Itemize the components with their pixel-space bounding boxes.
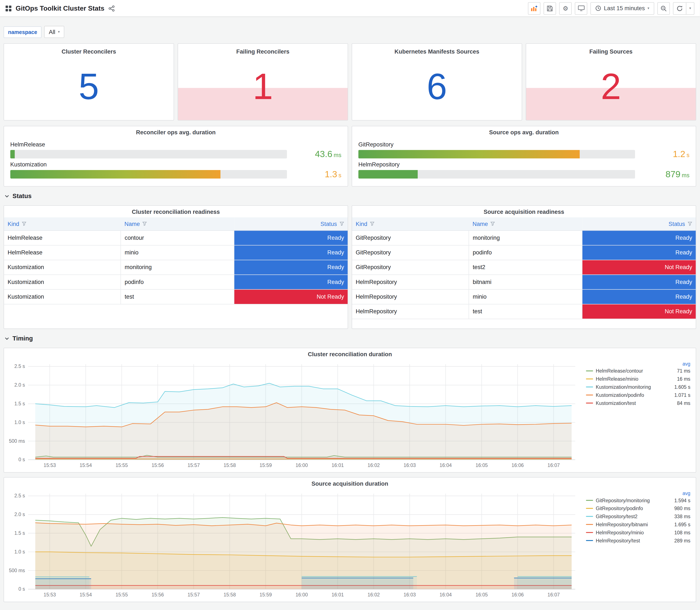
- table-header-row: Kind Name Status: [352, 218, 696, 230]
- filter-icon[interactable]: [688, 222, 692, 226]
- svg-text:500 ms: 500 ms: [9, 438, 25, 444]
- series-name[interactable]: HelmRepository/minio: [596, 530, 644, 535]
- dashboard-body: namespace All ▾ Cluster Reconcilers 5 Fa…: [0, 17, 700, 602]
- series-name[interactable]: HelmRelease/minio: [596, 376, 638, 382]
- chart-svg[interactable]: 15:5315:5415:5515:5615:5715:5815:5916:00…: [5, 489, 582, 599]
- chart-body: 15:5315:5415:5515:5615:5715:5815:5916:00…: [4, 489, 696, 602]
- gauge-value: 43.6ms: [293, 149, 342, 159]
- row-header-status[interactable]: Status: [4, 191, 696, 201]
- zoom-out-button[interactable]: [657, 2, 670, 14]
- column-header-kind[interactable]: Kind: [4, 218, 121, 230]
- gauge-value: 1.2s: [641, 149, 689, 159]
- legend-item[interactable]: Kustomization/test84 ms: [586, 400, 691, 406]
- series-avg-value: 289 ms: [674, 538, 691, 543]
- series-name[interactable]: Kustomization/monitoring: [596, 384, 651, 390]
- column-header-name[interactable]: Name: [469, 218, 583, 230]
- column-header-kind[interactable]: Kind: [352, 218, 469, 230]
- name-cell: test: [121, 289, 234, 304]
- series-avg-value: 1.605 s: [674, 384, 691, 390]
- filter-icon[interactable]: [370, 222, 374, 226]
- svg-text:16:04: 16:04: [439, 463, 452, 468]
- series-name[interactable]: Kustomization/test: [596, 400, 636, 406]
- legend-item[interactable]: GitRepository/podinfo980 ms: [586, 505, 691, 511]
- panel-cluster-reconciliation-duration: Cluster reconciliation duration 15:5315:…: [4, 348, 696, 473]
- save-dashboard-icon[interactable]: [543, 2, 556, 14]
- legend-avg-header[interactable]: avg: [586, 361, 690, 366]
- time-range-picker[interactable]: Last 15 minutes ▾: [590, 2, 654, 14]
- column-header-status[interactable]: Status: [582, 218, 696, 230]
- filter-icon[interactable]: [491, 222, 495, 226]
- status-cell: Ready: [582, 245, 696, 260]
- dashboard-settings-gear-icon[interactable]: ⚙: [559, 2, 572, 14]
- table-row: GitRepositorypodinfoReady: [352, 245, 696, 260]
- filter-icon[interactable]: [143, 222, 147, 226]
- panel-title: Source acquisition duration: [4, 478, 696, 489]
- stat-value: 2: [526, 53, 696, 120]
- series-name[interactable]: GitRepository/monitoring: [596, 498, 650, 503]
- svg-text:16:01: 16:01: [331, 463, 344, 468]
- stat-value: 1: [178, 53, 348, 120]
- cycle-view-mode-tv-icon[interactable]: [575, 2, 587, 14]
- legend-item[interactable]: GitRepository/test2338 ms: [586, 514, 691, 519]
- svg-text:0 s: 0 s: [18, 586, 25, 592]
- table-header-row: Kind Name Status: [4, 218, 348, 230]
- section-title: Timing: [13, 335, 33, 342]
- series-color-marker: [586, 379, 593, 380]
- panel-source-acquisition-duration: Source acquisition duration 15:5315:5415…: [4, 477, 696, 602]
- add-panel-button[interactable]: [528, 2, 541, 14]
- series-name[interactable]: GitRepository/test2: [596, 514, 637, 519]
- legend-avg-header[interactable]: avg: [586, 491, 690, 496]
- chevron-down-icon: ▾: [689, 6, 691, 10]
- row-header-timing[interactable]: Timing: [4, 333, 696, 344]
- timeseries-plot[interactable]: 15:5315:5415:5515:5615:5715:5815:5916:00…: [5, 489, 582, 599]
- clock-icon: [596, 5, 601, 11]
- timeseries-plot[interactable]: 15:5315:5415:5515:5615:5715:5815:5916:00…: [5, 360, 582, 470]
- refresh-dashboard-button[interactable]: [673, 2, 686, 14]
- legend-item[interactable]: Kustomization/podinfo1.071 s: [586, 392, 691, 398]
- legend-item[interactable]: HelmRelease/contour71 ms: [586, 368, 691, 373]
- svg-text:16:05: 16:05: [476, 592, 488, 597]
- refresh-interval-dropdown[interactable]: ▾: [686, 2, 694, 14]
- chart-svg[interactable]: 15:5315:5415:5515:5615:5715:5815:5916:00…: [5, 360, 582, 470]
- variables-row: namespace All ▾: [4, 26, 696, 38]
- legend-item[interactable]: GitRepository/monitoring1.594 s: [586, 498, 691, 503]
- column-header-status[interactable]: Status: [234, 218, 348, 230]
- panel-title: Reconciler ops avg. duration: [4, 126, 348, 138]
- series-color-marker: [586, 370, 593, 371]
- panel-cluster-reconciliation-readiness: Cluster reconciliation readiness Kind Na…: [4, 205, 348, 329]
- name-cell: podinfo: [469, 245, 583, 260]
- filter-icon[interactable]: [22, 222, 26, 226]
- legend-item[interactable]: Kustomization/monitoring1.605 s: [586, 384, 691, 390]
- legend-item[interactable]: HelmRepository/bitnami1.695 s: [586, 522, 691, 527]
- svg-text:15:57: 15:57: [188, 592, 200, 597]
- kind-cell: HelmRepository: [352, 304, 469, 319]
- apps-grid-icon[interactable]: [5, 5, 12, 11]
- gauge-label: Kustomization: [10, 161, 341, 168]
- table-row: HelmReleasecontourReady: [4, 230, 348, 245]
- legend-item[interactable]: HelmRepository/test289 ms: [586, 538, 691, 543]
- series-name[interactable]: Kustomization/podinfo: [596, 392, 644, 398]
- gauge-value: 879ms: [641, 170, 689, 180]
- chevron-down-icon: [4, 336, 9, 341]
- legend-item[interactable]: HelmRelease/minio16 ms: [586, 376, 691, 382]
- series-name[interactable]: HelmRepository/test: [596, 538, 640, 543]
- stats-row: Cluster Reconcilers 5 Failing Reconciler…: [4, 43, 696, 121]
- svg-text:500 ms: 500 ms: [9, 568, 25, 573]
- status-cell: Ready: [234, 245, 348, 260]
- stat-value: 5: [4, 53, 174, 120]
- kind-cell: Kustomization: [4, 275, 121, 289]
- variable-namespace-dropdown[interactable]: All ▾: [45, 26, 64, 38]
- series-name[interactable]: HelmRepository/bitnami: [596, 522, 648, 527]
- stat-panel-failing-sources: Failing Sources 2: [526, 43, 696, 121]
- filter-icon[interactable]: [340, 222, 344, 226]
- series-name[interactable]: GitRepository/podinfo: [596, 505, 643, 511]
- column-header-name[interactable]: Name: [121, 218, 234, 230]
- series-name[interactable]: HelmRelease/contour: [596, 368, 643, 373]
- legend-item[interactable]: HelmRepository/minio108 ms: [586, 530, 691, 535]
- share-icon[interactable]: [108, 5, 115, 11]
- table-row: KustomizationpodinfoReady: [4, 275, 348, 289]
- kind-cell: HelmRepository: [352, 289, 469, 304]
- gauge-track: [358, 150, 635, 158]
- panel-source-acquisition-readiness: Source acquisition readiness Kind Name S…: [352, 205, 696, 329]
- svg-text:1.0 s: 1.0 s: [14, 420, 25, 425]
